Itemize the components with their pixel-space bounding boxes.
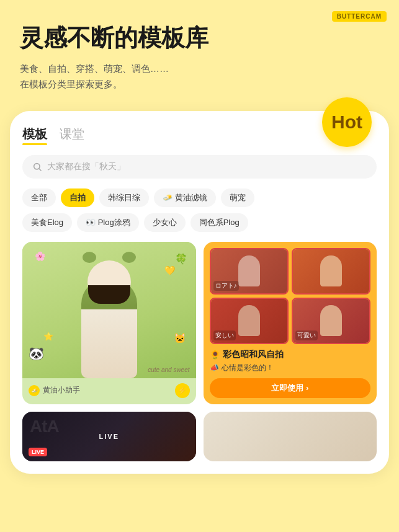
- phone-card: Hot 模板 课堂 大家都在搜「秋天」 全部 自拍 韩综日综 🧈 黄油滤镜 萌宠…: [10, 111, 389, 474]
- sticker-star: ⭐: [43, 332, 53, 341]
- card-author: 🧈 黄油小助手: [29, 385, 80, 396]
- pill-korean[interactable]: 韩综日综: [99, 188, 149, 207]
- author-name: 黄油小助手: [43, 385, 80, 396]
- mini-sticker-3: 可愛い: [295, 330, 318, 340]
- search-icon: [32, 162, 42, 172]
- lightning-button[interactable]: ⚡: [175, 383, 190, 398]
- sticker-clover: 🍀: [175, 253, 187, 265]
- pill-same-color-plog[interactable]: 同色系Plog: [191, 213, 248, 232]
- mini-photo-2: [292, 248, 370, 295]
- pill-selfie[interactable]: 自拍: [61, 188, 94, 207]
- bottom-preview: AtA LIVE LIVE: [22, 412, 377, 461]
- mini-sticker-1: ロアト♪: [213, 281, 239, 291]
- bottom-card-live[interactable]: AtA LIVE LIVE: [22, 412, 196, 461]
- hot-badge: Hot: [322, 97, 372, 147]
- card-subtitle-text: 心情是彩色的！: [222, 363, 274, 373]
- sticker-flower: 🌸: [35, 251, 45, 261]
- cards-grid: 🐼 🍀 💛 🐱 🌸 ⭐ cute and sweet 🧈 黄油小助手 ⚡: [22, 242, 377, 404]
- brand-badge: BUTTERCAM: [332, 11, 387, 22]
- live-overlay-text: LIVE: [99, 433, 119, 440]
- pill-food-elog[interactable]: 美食Elog: [22, 213, 72, 232]
- search-bar[interactable]: 大家都在搜「秋天」: [22, 155, 377, 179]
- subtitle: 美食、自拍、穿搭、萌宠、调色…… 在模板分类里探索更多。: [20, 61, 379, 92]
- sunflower-icon: 🌻: [210, 350, 220, 360]
- author-avatar: 🧈: [29, 385, 40, 396]
- bottom-card-image: AtA LIVE: [22, 412, 196, 461]
- live-badge: LIVE: [29, 448, 47, 456]
- category-row-1: 全部 自拍 韩综日综 🧈 黄油滤镜 萌宠: [22, 188, 377, 207]
- tab-courses[interactable]: 课堂: [60, 126, 84, 145]
- sticker-panda: 🐼: [29, 346, 44, 361]
- top-area: BUTTERCAM 灵感不断的模板库 美食、自拍、穿搭、萌宠、调色…… 在模板分…: [0, 0, 399, 105]
- category-row-2: 美食Elog 👀 Plog涂鸦 少女心 同色系Plog: [22, 213, 377, 232]
- card-selfie-left[interactable]: 🐼 🍀 💛 🐱 🌸 ⭐ cute and sweet 🧈 黄油小助手 ⚡: [22, 242, 196, 404]
- pill-plog-doodle[interactable]: 👀 Plog涂鸦: [77, 213, 139, 232]
- card-title-text: 彩色昭和风自拍: [223, 349, 284, 360]
- card-right-title: 🌻 彩色昭和风自拍: [210, 349, 371, 360]
- bottom-card-2[interactable]: [204, 412, 377, 461]
- mini-photo-grid: ロアト♪ 安しい 可愛い: [210, 248, 371, 344]
- main-title: 灵感不断的模板库: [20, 25, 379, 52]
- mini-photo-4: 可愛い: [292, 298, 370, 344]
- mini-photo-1: ロアト♪: [210, 248, 289, 295]
- megaphone-icon: 📣: [210, 363, 219, 372]
- pill-girly[interactable]: 少女心: [144, 213, 186, 232]
- card-right-sub: 📣 心情是彩色的！: [210, 363, 371, 373]
- card-caption: cute and sweet: [148, 366, 189, 373]
- sticker-cat: 🐱: [174, 332, 186, 344]
- search-placeholder: 大家都在搜「秋天」: [47, 161, 125, 172]
- pill-pet[interactable]: 萌宠: [221, 188, 254, 207]
- card-footer: 🧈 黄油小助手 ⚡: [22, 378, 196, 403]
- card-showa-right[interactable]: ロアト♪ 安しい 可愛い: [204, 242, 377, 404]
- tab-templates[interactable]: 模板: [22, 126, 47, 145]
- pill-all[interactable]: 全部: [22, 188, 56, 207]
- mini-photo-3: 安しい: [210, 298, 289, 344]
- use-button[interactable]: 立即使用 ›: [210, 378, 371, 398]
- mini-sticker-2: 安しい: [213, 330, 236, 340]
- svg-line-1: [39, 169, 41, 171]
- sticker-heart: 💛: [164, 265, 175, 275]
- pill-butter-filter[interactable]: 🧈 黄油滤镜: [154, 188, 216, 207]
- card-left-image: 🐼 🍀 💛 🐱 🌸 ⭐ cute and sweet: [22, 242, 196, 378]
